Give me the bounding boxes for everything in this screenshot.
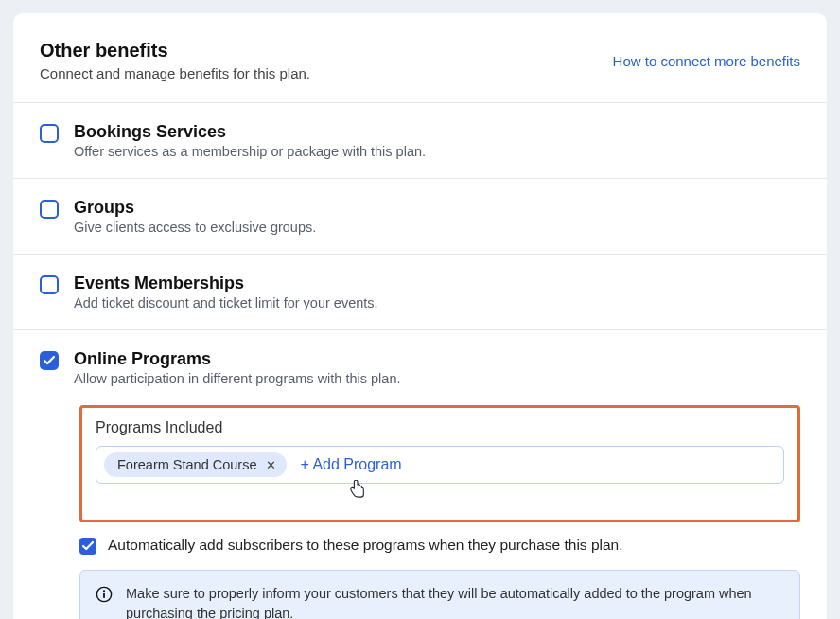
checkbox-bookings[interactable]	[40, 124, 59, 143]
section-title: Other benefits	[40, 40, 310, 62]
benefit-title: Events Memberships	[74, 274, 378, 293]
checkbox-auto-add[interactable]	[79, 538, 96, 555]
benefit-desc: Offer services as a membership or packag…	[74, 144, 426, 159]
benefit-desc: Give clients access to exclusive groups.	[74, 220, 316, 235]
program-chip: Forearm Stand Course ✕	[104, 452, 287, 477]
benefit-row-online-programs[interactable]: Online Programs Allow participation in d…	[13, 329, 827, 405]
benefits-card: Other benefits Connect and manage benefi…	[13, 13, 827, 619]
benefit-title: Bookings Services	[74, 122, 426, 142]
online-programs-expanded: Programs Included Forearm Stand Course ✕…	[13, 405, 827, 619]
auto-add-row: Automatically add subscribers to these p…	[79, 536, 800, 555]
benefit-row-groups[interactable]: Groups Give clients access to exclusive …	[13, 178, 827, 254]
info-banner: Make sure to properly inform your custom…	[79, 570, 800, 619]
benefit-desc: Allow participation in different program…	[74, 371, 401, 386]
benefit-row-bookings[interactable]: Bookings Services Offer services as a me…	[13, 102, 827, 178]
check-icon	[44, 355, 55, 366]
program-chip-label: Forearm Stand Course	[117, 457, 256, 472]
remove-chip-icon[interactable]: ✕	[264, 458, 277, 471]
programs-included-box: Programs Included Forearm Stand Course ✕…	[79, 405, 800, 522]
svg-point-1	[103, 590, 105, 592]
how-to-connect-link[interactable]: How to connect more benefits	[613, 53, 800, 69]
info-icon	[96, 586, 113, 603]
benefit-title: Groups	[74, 198, 316, 218]
benefit-row-events[interactable]: Events Memberships Add ticket discount a…	[13, 254, 827, 329]
benefit-desc: Add ticket discount and ticket limit for…	[74, 295, 378, 310]
programs-chip-input[interactable]: Forearm Stand Course ✕ + Add Program	[96, 446, 784, 484]
checkbox-online-programs[interactable]	[40, 351, 59, 370]
benefit-title: Online Programs	[74, 349, 401, 369]
info-text: Make sure to properly inform your custom…	[126, 584, 784, 619]
check-icon	[82, 540, 94, 552]
section-subtitle: Connect and manage benefits for this pla…	[40, 65, 310, 81]
programs-included-label: Programs Included	[96, 419, 784, 436]
add-program-button[interactable]: + Add Program	[296, 454, 405, 475]
card-header: Other benefits Connect and manage benefi…	[13, 13, 827, 102]
auto-add-label: Automatically add subscribers to these p…	[108, 537, 623, 554]
checkbox-groups[interactable]	[40, 200, 59, 219]
svg-rect-2	[103, 593, 105, 598]
checkbox-events[interactable]	[40, 275, 59, 294]
